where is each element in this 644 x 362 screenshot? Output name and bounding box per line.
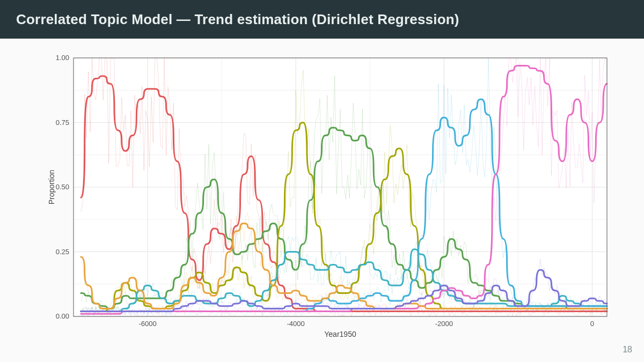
y-tick-label: 1.00 [56, 54, 69, 62]
slide-body: -6000-4000-200000.000.250.500.751.00Year… [0, 39, 644, 362]
slide-title: Correlated Topic Model — Trend estimatio… [16, 11, 459, 28]
y-tick-label: 0.25 [56, 248, 69, 256]
y-tick-label: 0.75 [56, 119, 69, 127]
y-axis-title: Proportion [47, 170, 56, 205]
x-tick-label: -2000 [435, 320, 453, 328]
line-chart: -6000-4000-200000.000.250.500.751.00Year… [46, 48, 614, 343]
chart-container: -6000-4000-200000.000.250.500.751.00Year… [46, 48, 614, 343]
x-tick-label: 0 [590, 320, 594, 328]
x-tick-label: -6000 [138, 320, 156, 328]
y-tick-label: 0.00 [56, 312, 69, 320]
y-tick-label: 0.50 [56, 183, 69, 191]
x-axis-title: Year1950 [324, 330, 356, 338]
x-tick-label: -4000 [287, 320, 305, 328]
slide-header: Correlated Topic Model — Trend estimatio… [0, 0, 644, 39]
page-number: 18 [623, 345, 632, 354]
